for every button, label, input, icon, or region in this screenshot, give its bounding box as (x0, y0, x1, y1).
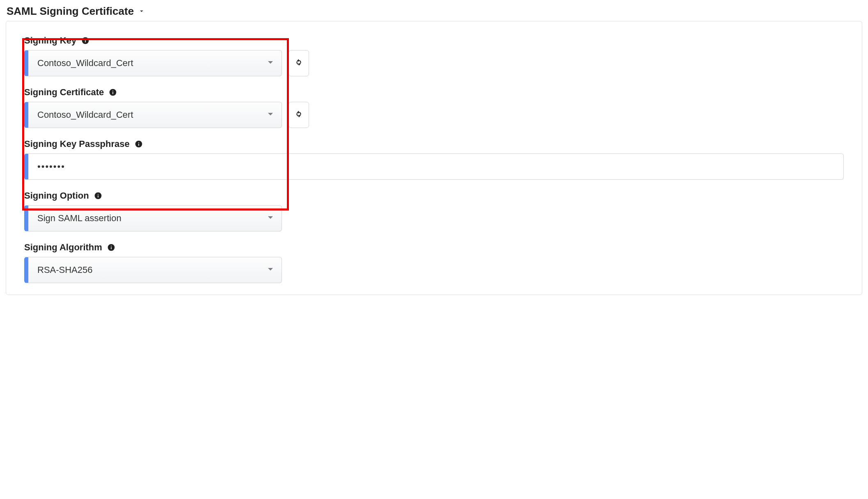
signing-certificate-label: Signing Certificate (24, 87, 104, 98)
caret-down-icon (138, 5, 145, 18)
info-icon[interactable] (94, 192, 102, 200)
refresh-icon (294, 58, 303, 69)
signing-option-label: Signing Option (24, 190, 89, 201)
saml-signing-panel: Signing Key Contoso_Wildcard_Cert (6, 21, 862, 295)
field-signing-option: Signing Option Sign SAML assertion (24, 190, 844, 231)
field-signing-key-passphrase: Signing Key Passphrase ••••••• (24, 139, 844, 180)
section-title-text: SAML Signing Certificate (7, 5, 134, 18)
signing-key-label: Signing Key (24, 35, 76, 46)
signing-key-select[interactable]: Contoso_Wildcard_Cert (24, 50, 282, 76)
info-icon[interactable] (107, 243, 115, 252)
signing-algorithm-value: RSA-SHA256 (37, 265, 93, 275)
signing-certificate-value: Contoso_Wildcard_Cert (37, 110, 133, 120)
signing-algorithm-select[interactable]: RSA-SHA256 (24, 257, 282, 283)
signing-option-value: Sign SAML assertion (37, 213, 121, 224)
field-signing-algorithm: Signing Algorithm RSA-SHA256 (24, 242, 844, 283)
signing-key-value: Contoso_Wildcard_Cert (37, 58, 133, 69)
signing-certificate-select[interactable]: Contoso_Wildcard_Cert (24, 102, 282, 128)
refresh-icon (294, 110, 303, 121)
field-signing-key: Signing Key Contoso_Wildcard_Cert (24, 35, 844, 76)
signing-algorithm-label: Signing Algorithm (24, 242, 102, 253)
signing-certificate-refresh-button[interactable] (289, 102, 309, 128)
signing-option-select[interactable]: Sign SAML assertion (24, 205, 282, 231)
passphrase-value: ••••••• (37, 161, 65, 172)
field-signing-certificate: Signing Certificate Contoso_Wildcard_Cer… (24, 87, 844, 128)
passphrase-label: Signing Key Passphrase (24, 139, 130, 149)
signing-key-refresh-button[interactable] (289, 50, 309, 76)
info-icon[interactable] (109, 88, 117, 96)
section-header[interactable]: SAML Signing Certificate (6, 4, 862, 21)
info-icon[interactable] (135, 140, 143, 148)
passphrase-input[interactable]: ••••••• (24, 153, 844, 180)
info-icon[interactable] (81, 37, 89, 45)
